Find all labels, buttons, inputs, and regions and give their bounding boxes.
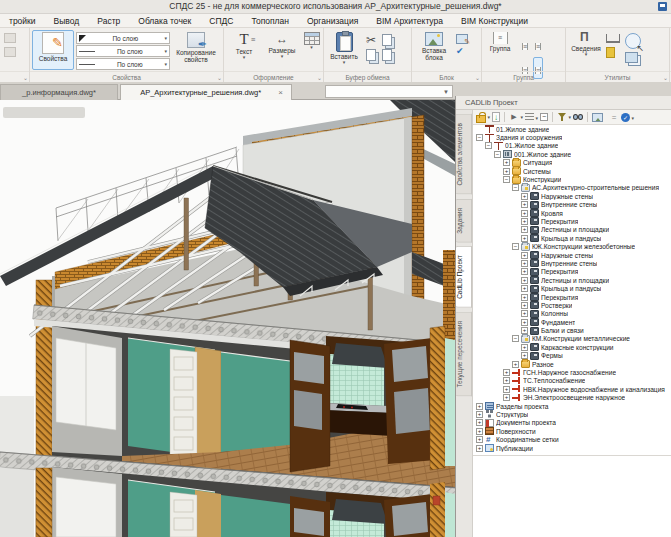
expander-icon[interactable] xyxy=(503,394,510,401)
window-icon[interactable] xyxy=(658,2,667,11)
group-edit-icon[interactable]: ≡ xyxy=(533,33,543,55)
search-icon[interactable]: ▾ xyxy=(573,112,583,122)
expander-icon[interactable] xyxy=(521,319,528,326)
color-bylayer-combo[interactable]: По слою ▾ xyxy=(76,32,170,44)
tab-document-inactive[interactable]: _р.информация.dwg* xyxy=(0,84,118,100)
properties-button[interactable]: Свойства xyxy=(32,30,74,70)
expander-icon[interactable] xyxy=(476,134,483,141)
dimensions-button[interactable]: ↔ Размеры ▾ xyxy=(264,30,300,70)
menu-item[interactable]: BIM Архитектура xyxy=(367,16,452,26)
layers-icon[interactable] xyxy=(625,52,638,63)
menu-item[interactable]: тройки xyxy=(0,16,45,26)
close-tab-icon[interactable]: × xyxy=(278,88,283,97)
expander-icon[interactable] xyxy=(521,260,528,267)
tree-item[interactable]: ГСН.Наружное газоснабжение xyxy=(473,368,671,376)
lineweight-bylayer-combo[interactable]: По слою ▾ xyxy=(76,58,170,70)
group-button[interactable]: ≡ Группа xyxy=(484,30,516,70)
collapse-icon[interactable]: ▾ xyxy=(540,113,548,121)
menu-item[interactable]: Топоплан xyxy=(242,16,298,26)
tree-item[interactable]: Поверхности xyxy=(473,427,671,435)
info-button[interactable]: Сведения ▾ xyxy=(568,30,604,70)
tree-item[interactable]: ТС.Теплоснабжение xyxy=(473,377,671,385)
expander-icon[interactable] xyxy=(521,268,528,275)
panel-side-tab[interactable]: Свойства элементов xyxy=(456,114,472,195)
expander-icon[interactable] xyxy=(476,411,483,418)
menu-item[interactable]: Растр xyxy=(88,16,129,26)
cut-scissors-icon[interactable]: ✂ xyxy=(366,34,376,46)
tree-item[interactable]: ЭН.Электроосвещение наружное xyxy=(473,394,671,402)
expander-icon[interactable] xyxy=(476,445,483,452)
expander-icon[interactable] xyxy=(503,176,510,183)
tree-item[interactable]: Наружные стены xyxy=(473,192,671,200)
tree-item[interactable]: Крыльца и пандусы xyxy=(473,284,671,292)
expander-icon[interactable] xyxy=(521,252,528,259)
expander-icon[interactable] xyxy=(521,201,528,208)
panel-side-tab[interactable]: CadLib Проект xyxy=(456,246,472,308)
tree-item[interactable]: Координатные сетки xyxy=(473,435,671,443)
separator[interactable]: ▾ xyxy=(587,112,588,122)
separator[interactable]: ▾ xyxy=(552,112,553,122)
tree-item[interactable]: Колонны xyxy=(473,310,671,318)
expander-icon[interactable] xyxy=(503,369,510,376)
separator[interactable]: ▾ xyxy=(504,112,505,122)
export-icon[interactable]: ▾ xyxy=(592,113,603,122)
expander-icon[interactable] xyxy=(476,436,483,443)
link-icon[interactable]: ▾ xyxy=(609,112,619,122)
tree-item[interactable]: 001.Жилое здание xyxy=(473,150,671,158)
tree-item[interactable]: Балки и связи xyxy=(473,326,671,334)
expander-icon[interactable] xyxy=(503,159,510,166)
expander-icon[interactable] xyxy=(521,226,528,233)
tree-item[interactable]: Здания и сооружения xyxy=(473,133,671,141)
block-check-icon[interactable]: ✔ xyxy=(456,47,468,56)
tree-item[interactable]: Разное xyxy=(473,360,671,368)
panel-side-tab[interactable]: Текущие пересечения xyxy=(456,312,472,397)
expander-icon[interactable] xyxy=(521,344,528,351)
import-icon[interactable]: ▾ xyxy=(492,112,500,122)
filter-icon[interactable]: ▾ xyxy=(557,112,567,122)
copy-with-basepoint-icon[interactable] xyxy=(382,49,392,61)
tree-item[interactable]: Каркасные конструкции xyxy=(473,343,671,351)
tree-item[interactable]: Системы xyxy=(473,167,671,175)
expander-icon[interactable] xyxy=(485,142,492,149)
tree-view-icon[interactable]: ▾ xyxy=(525,113,534,121)
expander-icon[interactable] xyxy=(521,218,528,225)
measure-icon[interactable] xyxy=(606,34,620,43)
menu-item[interactable]: BIM Конструкции xyxy=(452,16,537,26)
table-button[interactable]: ▾ xyxy=(302,30,321,70)
expander-icon[interactable] xyxy=(476,403,483,410)
menu-item[interactable]: СПДС xyxy=(200,16,242,26)
marker-icon[interactable] xyxy=(606,47,615,58)
expander-icon[interactable] xyxy=(503,377,510,384)
paste-button[interactable]: Вставить ▾ xyxy=(326,30,362,70)
dialog-launcher-icon[interactable]: ⌄ xyxy=(217,75,222,81)
tree-item[interactable]: КМ.Конструкции металлические xyxy=(473,335,671,343)
tree-item[interactable]: Разделы проекта xyxy=(473,402,671,410)
expander-icon[interactable] xyxy=(512,243,519,250)
tab-document-active[interactable]: АР_Архитектурные_решения.dwg* × xyxy=(120,84,292,100)
selection-circle-icon[interactable] xyxy=(625,33,641,49)
tree-item[interactable]: АС.Архитектурно-строительные решения xyxy=(473,184,671,192)
lock-icon[interactable]: ▾ xyxy=(476,112,486,122)
panel-side-tab[interactable]: Задания xyxy=(456,199,472,243)
expander-icon[interactable] xyxy=(521,285,528,292)
menu-item[interactable]: Организация xyxy=(298,16,367,26)
dialog-launcher-icon[interactable]: ⌄ xyxy=(663,75,668,81)
paste-special-icon[interactable] xyxy=(366,49,376,61)
tree-item[interactable]: КЖ.Конструкции железобетонные xyxy=(473,242,671,250)
tree-item[interactable]: Документы проекта xyxy=(473,419,671,427)
expander-icon[interactable] xyxy=(521,310,528,317)
expander-icon[interactable] xyxy=(521,294,528,301)
tree-item[interactable]: Конструкции xyxy=(473,175,671,183)
cut-icon[interactable] xyxy=(4,33,16,43)
view-combo[interactable]: ▼ xyxy=(325,85,453,98)
expander-icon[interactable] xyxy=(521,193,528,200)
expander-icon[interactable] xyxy=(476,428,483,435)
linetype-bylayer-combo[interactable]: По слою ▾ xyxy=(76,45,170,57)
tree-item[interactable]: Внутренние стены xyxy=(473,201,671,209)
tree-item[interactable]: Ситуация xyxy=(473,159,671,167)
ungroup-icon[interactable]: ≡ xyxy=(520,33,530,55)
expander-icon[interactable] xyxy=(521,277,528,284)
expander-icon[interactable] xyxy=(521,210,528,217)
approve-icon[interactable]: ▾ xyxy=(621,113,630,122)
tree-item[interactable]: 01.Жилое здание xyxy=(473,125,671,133)
